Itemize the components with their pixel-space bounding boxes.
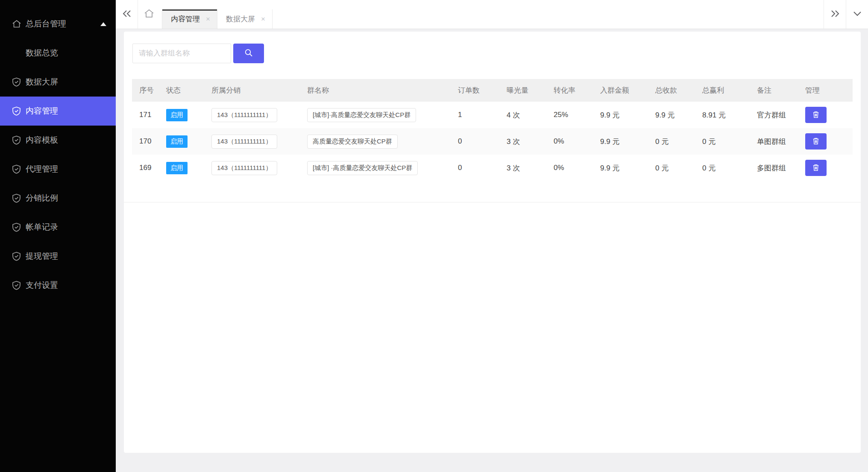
- search-icon: [244, 48, 253, 59]
- sidebar-item-内容模板[interactable]: 内容模板: [0, 126, 116, 155]
- search-button[interactable]: [233, 44, 264, 63]
- shield-check-icon: [12, 164, 21, 174]
- tab-options-button[interactable]: [846, 0, 868, 29]
- column-header-总收款: 总收款: [655, 79, 702, 102]
- search-row: [132, 44, 853, 63]
- column-header-所属分销: 所属分销: [211, 79, 307, 102]
- column-header-订单数: 订单数: [458, 79, 507, 102]
- sidebar-item-label: 代理管理: [26, 164, 58, 175]
- shield-check-icon: [12, 252, 21, 261]
- tabbar-spacer: [273, 0, 824, 29]
- sidebar-item-提现管理[interactable]: 提现管理: [0, 242, 116, 271]
- cell-remark: 多图群组: [757, 155, 805, 181]
- cell-actions: [805, 155, 853, 181]
- group-list-card: 序号状态所属分销群名称订单数曝光量转化率入群金额总收款总赢利备注管理 171启用…: [124, 32, 861, 202]
- status-badge: 启用: [166, 109, 188, 121]
- cell-id: 171: [132, 102, 166, 128]
- cell-group-name: 高质量恋爱交友聊天处CP群: [307, 128, 458, 155]
- sidebar-item-label: 数据大屏: [26, 76, 58, 88]
- close-icon[interactable]: ×: [206, 15, 210, 23]
- home-icon: [12, 19, 21, 29]
- collapse-sidebar-button[interactable]: [116, 0, 138, 29]
- table-header-row: 序号状态所属分销群名称订单数曝光量转化率入群金额总收款总赢利备注管理: [132, 79, 853, 102]
- sidebar-item-代理管理[interactable]: 代理管理: [0, 155, 116, 184]
- shield-check-icon: [12, 135, 21, 145]
- trash-icon: [812, 164, 820, 173]
- delete-button[interactable]: [805, 160, 827, 176]
- cell-exposure: 4 次: [507, 102, 554, 128]
- cell-exposure: 3 次: [507, 155, 554, 181]
- app-root: 总后台管理数据总览数据大屏内容管理内容模板代理管理分销比例帐单记录提现管理支付设…: [0, 0, 868, 472]
- close-icon[interactable]: ×: [261, 15, 265, 23]
- sidebar-item-数据大屏[interactable]: 数据大屏: [0, 67, 116, 97]
- tab-label: 内容管理: [171, 14, 200, 24]
- table-row-171: 171启用143（1111111111）[城市]·高质量恋爱交友聊天处CP群14…: [132, 102, 853, 128]
- sidebar-item-帐单记录[interactable]: 帐单记录: [0, 213, 116, 242]
- delete-button[interactable]: [805, 107, 827, 123]
- cell-distributor: 143（1111111111）: [211, 102, 307, 128]
- cell-group-name: [城市]·高质量恋爱交友聊天处CP群: [307, 102, 458, 128]
- caret-up-icon: [100, 22, 106, 26]
- cell-total-profit: 0 元: [702, 128, 757, 155]
- cell-conversion: 0%: [554, 155, 600, 181]
- column-header-备注: 备注: [757, 79, 805, 102]
- cell-total-received: 0 元: [655, 128, 702, 155]
- group-name-search-input[interactable]: [132, 44, 231, 63]
- content-background: 序号状态所属分销群名称订单数曝光量转化率入群金额总收款总赢利备注管理 171启用…: [116, 29, 868, 472]
- cell-remark: 官方群组: [757, 102, 805, 128]
- column-header-曝光量: 曝光量: [507, 79, 554, 102]
- cell-remark: 单图群组: [757, 128, 805, 155]
- distributor-box[interactable]: 143（1111111111）: [211, 161, 277, 175]
- shield-check-icon: [12, 106, 21, 116]
- sidebar-item-label: 总后台管理: [26, 18, 66, 29]
- distributor-box[interactable]: 143（1111111111）: [211, 135, 277, 149]
- home-tab-icon: [144, 9, 155, 21]
- home-tab-button[interactable]: [138, 0, 160, 29]
- group-name-box[interactable]: 高质量恋爱交友聊天处CP群: [307, 135, 398, 149]
- sidebar-item-总后台管理[interactable]: 总后台管理: [0, 9, 116, 38]
- shield-check-icon: [12, 77, 21, 87]
- tab-内容管理[interactable]: 内容管理×: [162, 9, 217, 29]
- cell-total-received: 9.9 元: [655, 102, 702, 128]
- double-chevron-left-icon: [122, 9, 132, 20]
- column-header-转化率: 转化率: [554, 79, 600, 102]
- scroll-tabs-right-button[interactable]: [824, 0, 846, 29]
- column-header-序号: 序号: [132, 79, 166, 102]
- cell-total-profit: 0 元: [702, 155, 757, 181]
- cell-join-amount: 9.9 元: [600, 102, 655, 128]
- content-sheet: 序号状态所属分销群名称订单数曝光量转化率入群金额总收款总赢利备注管理 171启用…: [124, 32, 861, 453]
- cell-id: 170: [132, 128, 166, 155]
- distributor-box[interactable]: 143（1111111111）: [211, 108, 277, 122]
- cell-actions: [805, 102, 853, 128]
- cell-distributor: 143（1111111111）: [211, 155, 307, 181]
- sidebar-item-label: 数据总览: [26, 47, 58, 59]
- cell-join-amount: 9.9 元: [600, 155, 655, 181]
- cell-total-received: 0 元: [655, 155, 702, 181]
- sidebar-item-分销比例[interactable]: 分销比例: [0, 184, 116, 213]
- table-row-169: 169启用143（1111111111）[城市] ·高质量恋爱交友聊天处CP群0…: [132, 155, 853, 181]
- status-badge: 启用: [166, 162, 188, 174]
- tab-数据大屏[interactable]: 数据大屏×: [217, 9, 273, 29]
- sidebar-item-label: 支付设置: [26, 280, 58, 291]
- sidebar-item-label: 帐单记录: [26, 222, 58, 233]
- sidebar-item-label: 内容模板: [26, 135, 58, 146]
- group-name-box[interactable]: [城市]·高质量恋爱交友聊天处CP群: [307, 108, 416, 122]
- sidebar-item-label: 分销比例: [26, 193, 58, 204]
- sidebar: 总后台管理数据总览数据大屏内容管理内容模板代理管理分销比例帐单记录提现管理支付设…: [0, 0, 116, 472]
- group-name-box[interactable]: [城市] ·高质量恋爱交友聊天处CP群: [307, 161, 418, 175]
- delete-button[interactable]: [805, 133, 827, 150]
- sidebar-item-label: 内容管理: [26, 106, 58, 117]
- sidebar-item-数据总览[interactable]: 数据总览: [0, 38, 116, 67]
- main-area: 内容管理×数据大屏×: [116, 0, 868, 472]
- tab-strip: 内容管理×数据大屏×: [162, 0, 273, 29]
- sidebar-menu: 总后台管理数据总览数据大屏内容管理内容模板代理管理分销比例帐单记录提现管理支付设…: [0, 9, 116, 300]
- groups-table: 序号状态所属分销群名称订单数曝光量转化率入群金额总收款总赢利备注管理 171启用…: [132, 79, 853, 181]
- cell-orders: 1: [458, 102, 507, 128]
- column-header-管理: 管理: [805, 79, 853, 102]
- column-header-入群金额: 入群金额: [600, 79, 655, 102]
- sidebar-item-内容管理[interactable]: 内容管理: [0, 97, 116, 126]
- sidebar-item-label: 提现管理: [26, 251, 58, 262]
- tab-label: 数据大屏: [226, 14, 255, 24]
- sidebar-item-支付设置[interactable]: 支付设置: [0, 271, 116, 300]
- cell-orders: 0: [458, 128, 507, 155]
